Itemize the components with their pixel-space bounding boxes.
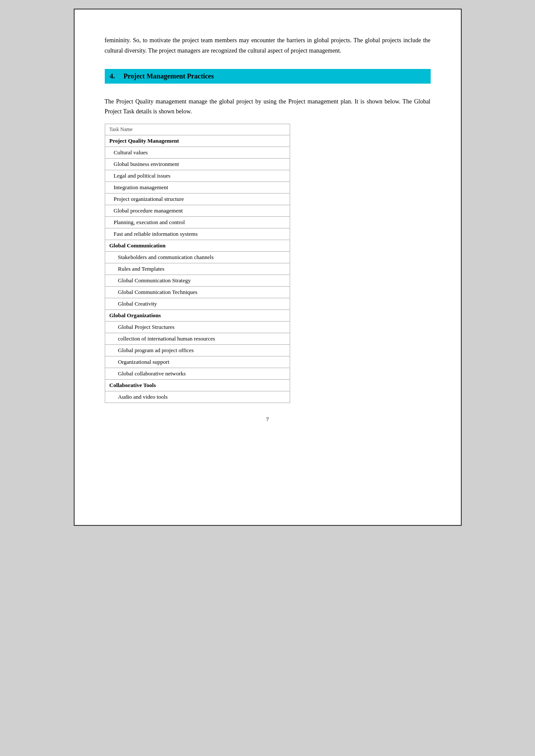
table-header: Task Name: [105, 124, 290, 135]
table-row: Global program ad project offices: [105, 345, 290, 356]
intro-paragraph: femininity. So, to motivate the project …: [105, 35, 431, 56]
table-row: Global Communication Strategy: [105, 275, 290, 287]
table-row: Project Quality Management: [105, 135, 290, 147]
table-row: Global Organizations: [105, 310, 290, 322]
table-row: Stakeholders and communication channels: [105, 252, 290, 263]
table-row: Global Project Structures: [105, 322, 290, 333]
table-row: Global business environment: [105, 159, 290, 170]
table-row: Global Communication: [105, 240, 290, 252]
table-row: Integration management: [105, 182, 290, 194]
table-row: collection of international human resour…: [105, 333, 290, 345]
table-row: Rules and Templates: [105, 263, 290, 275]
table-row: Collaborative Tools: [105, 380, 290, 391]
section-number: 4.: [110, 72, 115, 80]
table-row: Fast and reliable information systems: [105, 228, 290, 240]
table-row: Cultural values: [105, 147, 290, 159]
table-row: Planning, execution and control: [105, 217, 290, 228]
table-row: Organizational support: [105, 356, 290, 368]
task-table: Task NameProject Quality ManagementCultu…: [105, 124, 290, 403]
document-page: femininity. So, to motivate the project …: [74, 9, 462, 526]
page-number: 7: [105, 416, 431, 423]
table-row: Global procedure management: [105, 205, 290, 217]
section-heading: 4. Project Management Practices: [105, 69, 431, 84]
table-row: Global Creativity: [105, 298, 290, 310]
section-title: Project Management Practices: [124, 72, 214, 80]
body-paragraph: The Project Quality management manage th…: [105, 97, 431, 117]
table-row: Global collaborative networks: [105, 368, 290, 380]
table-row: Global Communication Techniques: [105, 287, 290, 298]
table-row: Audio and video tools: [105, 391, 290, 403]
table-row: Project organizational structure: [105, 194, 290, 205]
table-row: Legal and political issues: [105, 170, 290, 182]
